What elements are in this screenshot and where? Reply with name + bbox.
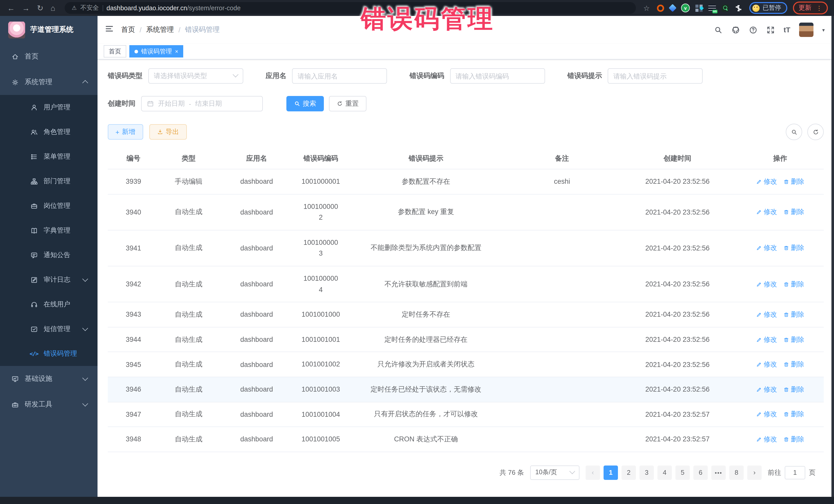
row-tip: 只允许修改为开启或者关闭状态: [347, 352, 506, 377]
github-icon[interactable]: [731, 25, 740, 34]
edit-link[interactable]: 修改: [756, 280, 777, 289]
edit-link[interactable]: 修改: [756, 207, 777, 217]
extension-icon[interactable]: [668, 4, 676, 12]
tab-error-code[interactable]: 错误码管理×: [129, 45, 183, 58]
delete-link[interactable]: 删除: [783, 435, 804, 444]
delete-link[interactable]: 删除: [783, 280, 804, 289]
back-icon[interactable]: ←: [7, 4, 15, 12]
sidebar-item-7[interactable]: 字典管理: [0, 218, 97, 243]
home-icon[interactable]: ⌂: [50, 4, 55, 12]
chevron-down-icon: [569, 468, 575, 474]
row-type: 自动生成: [159, 427, 218, 452]
chevron-down-icon: [82, 325, 88, 331]
help-icon[interactable]: [749, 25, 758, 34]
extension-icon[interactable]: v: [681, 4, 690, 12]
row-code: 1001001000: [295, 302, 347, 327]
sidebar-item-1[interactable]: 系统管理: [0, 69, 97, 95]
edit-link[interactable]: 修改: [756, 410, 777, 419]
chevron-down-icon[interactable]: ▾: [822, 27, 825, 32]
user-avatar[interactable]: [799, 23, 813, 37]
edit-link[interactable]: 修改: [756, 360, 777, 369]
reset-button[interactable]: 重置: [329, 96, 367, 111]
close-icon[interactable]: ×: [175, 48, 178, 54]
row-actions: 修改删除: [737, 402, 824, 427]
delete-link[interactable]: 删除: [783, 243, 804, 253]
error-type-select[interactable]: 请选择错误码类型: [148, 68, 243, 84]
delete-link[interactable]: 删除: [783, 360, 804, 369]
address-bar[interactable]: ⚠ 不安全 dashboard.yudao.iocoder.cn/system/…: [64, 2, 636, 14]
fullscreen-icon[interactable]: [766, 25, 775, 34]
page-button-5[interactable]: 5: [675, 465, 690, 480]
sidebar-item-8[interactable]: 通知公告: [0, 243, 97, 267]
bookmark-star-icon[interactable]: ☆: [643, 4, 650, 12]
next-page-button[interactable]: ›: [747, 465, 762, 480]
delete-link[interactable]: 删除: [783, 410, 804, 419]
delete-link[interactable]: 删除: [783, 177, 804, 186]
search-button[interactable]: 搜索: [286, 96, 324, 111]
sidebar-item-2[interactable]: 用户管理: [0, 95, 97, 119]
sidebar-item-13[interactable]: 基础设施: [0, 366, 97, 392]
page-size-select[interactable]: 10条/页: [530, 465, 579, 480]
sidebar-item-0[interactable]: 首页: [0, 44, 97, 69]
table-row: 3939手动编辑dashboard1001000001参数配置不存在ceshi2…: [108, 169, 824, 194]
page-button-1[interactable]: 1: [603, 465, 618, 480]
edit-link[interactable]: 修改: [756, 177, 777, 186]
delete-link[interactable]: 删除: [783, 207, 804, 217]
app-logo[interactable]: 芋道管理系统: [0, 16, 97, 44]
reload-icon[interactable]: ↻: [37, 4, 43, 12]
delete-link[interactable]: 删除: [783, 385, 804, 394]
extension-icon[interactable]: on: [708, 5, 716, 11]
date-range-picker[interactable]: 开始日期 - 结束日期: [141, 96, 263, 111]
edit-link[interactable]: 修改: [756, 435, 777, 444]
tab-home[interactable]: 首页: [104, 45, 126, 58]
export-button[interactable]: 导出: [149, 124, 186, 139]
update-button[interactable]: 更新⋮: [793, 2, 828, 14]
page-button-8[interactable]: 8: [729, 465, 744, 480]
delete-link[interactable]: 删除: [783, 310, 804, 319]
page-button-4[interactable]: 4: [657, 465, 672, 480]
toggle-search-button[interactable]: [786, 124, 802, 140]
menu-dots-icon[interactable]: ⋮: [816, 4, 822, 12]
profile-paused-pill[interactable]: 已暂停: [749, 2, 787, 14]
headset-icon: [30, 300, 38, 308]
edit-link[interactable]: 修改: [756, 310, 777, 319]
page-button-6[interactable]: 6: [694, 465, 708, 480]
sidebar-item-14[interactable]: 研发工具: [0, 392, 97, 417]
font-size-icon[interactable]: tT: [784, 26, 790, 34]
sidebar-item-12[interactable]: </>错误码管理: [0, 341, 97, 366]
edit-link[interactable]: 修改: [756, 243, 777, 253]
prev-page-button[interactable]: ‹: [586, 465, 600, 480]
row-time: 2021-04-20 23:52:56: [618, 352, 737, 377]
delete-link[interactable]: 删除: [783, 335, 804, 344]
extension-icon[interactable]: [696, 4, 703, 12]
error-tip-input[interactable]: [608, 68, 703, 84]
page-button-3[interactable]: 3: [639, 465, 654, 480]
sidebar-item-3[interactable]: 角色管理: [0, 119, 97, 144]
refresh-table-button[interactable]: [807, 124, 824, 140]
hamburger-icon[interactable]: [105, 24, 114, 36]
forward-icon[interactable]: →: [22, 4, 30, 12]
scrollbar[interactable]: [831, 16, 834, 497]
sidebar-item-9[interactable]: 审计日志: [0, 267, 97, 292]
sidebar-item-10[interactable]: 在线用户: [0, 292, 97, 317]
page-button-2[interactable]: 2: [621, 465, 636, 480]
search-icon[interactable]: [714, 25, 723, 34]
extension-icon[interactable]: [657, 4, 664, 12]
app-name-input[interactable]: [292, 68, 387, 84]
sidebar-item-6[interactable]: 岗位管理: [0, 194, 97, 218]
sidebar-item-11[interactable]: 短信管理: [0, 317, 97, 341]
add-button[interactable]: +新增: [108, 124, 143, 139]
breadcrumb-system[interactable]: 系统管理: [146, 25, 174, 35]
edit-link[interactable]: 修改: [756, 335, 777, 344]
window-bottom-strip: [0, 497, 834, 504]
error-code-input[interactable]: [450, 68, 545, 84]
sidebar-item-4[interactable]: 菜单管理: [0, 144, 97, 169]
row-remark: [506, 352, 618, 377]
puzzle-extensions-icon[interactable]: [734, 4, 743, 12]
breadcrumb-home[interactable]: 首页: [121, 25, 135, 35]
sidebar-item-5[interactable]: 部门管理: [0, 169, 97, 194]
page-ellipsis[interactable]: •••: [711, 465, 726, 480]
goto-page-input[interactable]: [785, 466, 805, 479]
edit-link[interactable]: 修改: [756, 385, 777, 394]
extension-icon[interactable]: [722, 4, 729, 12]
